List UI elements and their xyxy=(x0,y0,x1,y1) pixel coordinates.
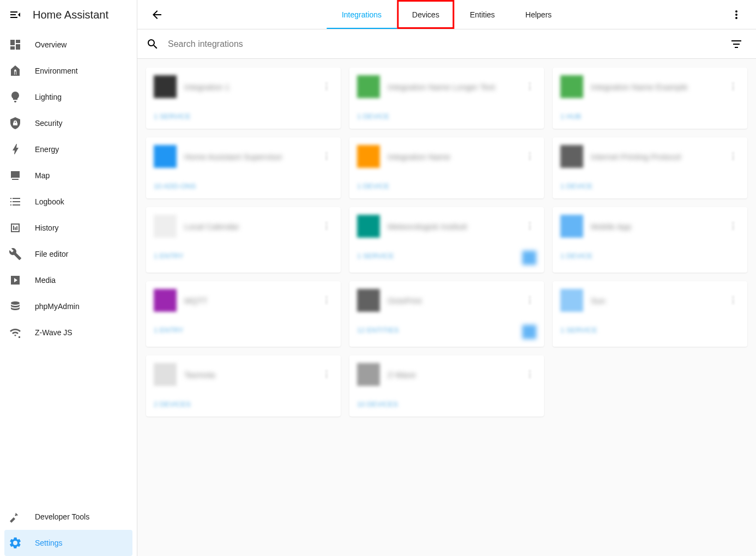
card-link[interactable]: 1 DEVICE xyxy=(560,182,592,190)
card-menu-icon[interactable]: ⋮ xyxy=(525,295,536,306)
integration-card[interactable]: Mobile App ⋮ 1 DEVICE xyxy=(553,207,747,273)
card-header: Local Calendar ⋮ xyxy=(146,207,341,245)
card-footer: 1 DEVICE xyxy=(553,245,747,268)
menu-toggle-button[interactable] xyxy=(9,8,22,21)
integration-card[interactable]: Integration Name Example ⋮ 1 HUB xyxy=(553,68,747,129)
card-menu-icon[interactable]: ⋮ xyxy=(729,295,740,306)
dashboard-icon xyxy=(9,38,22,51)
card-header: Integration Name Example ⋮ xyxy=(553,68,747,106)
integration-card[interactable]: Integration Name Longer Text ⋮ 1 DEVICE xyxy=(349,68,544,129)
integrations-grid: Integration 1 ⋮ 1 SERVICE Integration Na… xyxy=(146,68,747,416)
card-menu-icon[interactable]: ⋮ xyxy=(322,151,333,162)
card-link[interactable]: 1 DEVICE xyxy=(560,252,592,260)
sidebar-item-security[interactable]: Security xyxy=(0,110,137,136)
sidebar-item-lighting[interactable]: Lighting xyxy=(0,84,137,110)
filter-button[interactable] xyxy=(725,33,747,55)
card-link[interactable]: 10 ADD-ONS xyxy=(154,182,196,190)
integration-card[interactable]: Integration 1 ⋮ 1 SERVICE xyxy=(146,68,341,129)
zwave-icon xyxy=(9,326,22,339)
card-menu-icon[interactable]: ⋮ xyxy=(525,369,536,380)
integration-title: MQTT xyxy=(184,296,322,305)
card-menu-icon[interactable]: ⋮ xyxy=(525,81,536,92)
sidebar-item-overview[interactable]: Overview xyxy=(0,32,137,58)
sidebar-item-environment[interactable]: Environment xyxy=(0,58,137,84)
card-link[interactable]: 1 DEVICE xyxy=(357,182,389,190)
card-header: Integration Name ⋮ xyxy=(349,137,544,176)
card-header: Sun ⋮ xyxy=(553,281,747,319)
sidebar-bottom: Developer Tools Settings xyxy=(0,504,137,556)
integration-card[interactable]: Local Calendar ⋮ 1 ENTRY xyxy=(146,207,341,273)
integration-logo xyxy=(154,215,177,238)
card-footer: 1 ENTRY xyxy=(146,245,341,268)
overflow-menu-button[interactable] xyxy=(725,4,747,26)
sidebar-item-energy[interactable]: Energy xyxy=(0,136,137,162)
integration-title: Local Calendar xyxy=(184,222,322,231)
card-footer: 1 HUB xyxy=(553,106,747,129)
integration-title: OctoPrint xyxy=(388,296,525,305)
card-header: MQTT ⋮ xyxy=(146,281,341,319)
tabs-bar: Integrations Devices Entities Helpers xyxy=(137,0,756,29)
integration-card[interactable]: Home Assistant Supervisor ⋮ 10 ADD-ONS xyxy=(146,137,341,198)
integration-title: Home Assistant Supervisor xyxy=(184,152,322,161)
card-badge-icon xyxy=(522,251,536,265)
tab-integrations[interactable]: Integrations xyxy=(326,0,397,29)
sidebar-item-developer-tools[interactable]: Developer Tools xyxy=(0,504,137,530)
integration-card[interactable]: Sun ⋮ 1 SERVICE xyxy=(553,281,747,347)
sidebar-item-history[interactable]: History xyxy=(0,215,137,241)
card-menu-icon[interactable]: ⋮ xyxy=(525,151,536,162)
integration-card[interactable]: MQTT ⋮ 1 ENTRY xyxy=(146,281,341,347)
card-menu-icon[interactable]: ⋮ xyxy=(729,221,740,232)
card-menu-icon[interactable]: ⋮ xyxy=(729,81,740,92)
back-button[interactable] xyxy=(146,4,168,26)
sidebar-item-media[interactable]: Media xyxy=(0,267,137,293)
integration-card[interactable]: OctoPrint ⋮ 12 ENTITIES xyxy=(349,281,544,347)
card-link[interactable]: 1 DEVICE xyxy=(357,112,389,120)
integration-card[interactable]: Z-Wave ⋮ 10 DEVICES xyxy=(349,355,544,416)
integration-card[interactable]: Meteorologisk Institutt ⋮ 1 SERVICE xyxy=(349,207,544,273)
card-link[interactable]: 1 SERVICE xyxy=(154,112,191,120)
card-link[interactable]: 2 DEVICES xyxy=(154,400,191,408)
card-menu-icon[interactable]: ⋮ xyxy=(729,151,740,162)
card-footer: 1 DEVICE xyxy=(553,176,747,198)
sidebar-item-logbook[interactable]: Logbook xyxy=(0,189,137,215)
card-footer: 1 ENTRY xyxy=(146,319,341,342)
card-header: OctoPrint ⋮ xyxy=(349,281,544,319)
search-input[interactable] xyxy=(168,39,725,49)
card-menu-icon[interactable]: ⋮ xyxy=(525,221,536,232)
card-link[interactable]: 10 DEVICES xyxy=(357,400,398,408)
integration-logo xyxy=(560,289,583,312)
flash-icon xyxy=(9,143,22,156)
sidebar-item-zwave[interactable]: Z-Wave JS xyxy=(0,319,137,346)
card-link[interactable]: 1 HUB xyxy=(560,112,581,120)
integration-logo xyxy=(154,75,177,98)
database-icon xyxy=(9,300,22,313)
card-menu-icon[interactable]: ⋮ xyxy=(322,81,333,92)
card-link[interactable]: 1 SERVICE xyxy=(357,252,394,260)
integration-card[interactable]: Tasmota ⋮ 2 DEVICES xyxy=(146,355,341,416)
tab-entities[interactable]: Entities xyxy=(455,0,510,29)
card-link[interactable]: 1 ENTRY xyxy=(154,326,184,334)
card-menu-icon[interactable]: ⋮ xyxy=(322,295,333,306)
integration-logo xyxy=(357,145,380,168)
integration-card[interactable]: Integration Name ⋮ 1 DEVICE xyxy=(349,137,544,198)
card-link[interactable]: 1 SERVICE xyxy=(560,326,597,334)
card-footer: 12 ENTITIES xyxy=(349,319,544,347)
sidebar-item-file-editor[interactable]: File editor xyxy=(0,241,137,267)
integration-title: Mobile App xyxy=(591,222,729,231)
sidebar-item-settings[interactable]: Settings xyxy=(4,530,132,556)
tab-devices[interactable]: Devices xyxy=(397,0,455,29)
card-link[interactable]: 1 ENTRY xyxy=(154,252,184,260)
card-footer: 1 DEVICE xyxy=(349,106,544,129)
card-menu-icon[interactable]: ⋮ xyxy=(322,221,333,232)
card-link[interactable]: 12 ENTITIES xyxy=(357,326,399,334)
integration-card[interactable]: Internet Printing Protocol ⋮ 1 DEVICE xyxy=(553,137,747,198)
card-header: Meteorologisk Institutt ⋮ xyxy=(349,207,544,245)
integration-title: Z-Wave xyxy=(388,370,525,379)
tab-helpers[interactable]: Helpers xyxy=(510,0,567,29)
sidebar-item-phpmyadmin[interactable]: phpMyAdmin xyxy=(0,293,137,319)
sidebar-item-map[interactable]: Map xyxy=(0,162,137,189)
integration-title: Meteorologisk Institutt xyxy=(388,222,525,231)
integration-title: Integration Name Example xyxy=(591,82,729,92)
card-menu-icon[interactable]: ⋮ xyxy=(322,369,333,380)
card-footer: 10 DEVICES xyxy=(349,394,544,416)
